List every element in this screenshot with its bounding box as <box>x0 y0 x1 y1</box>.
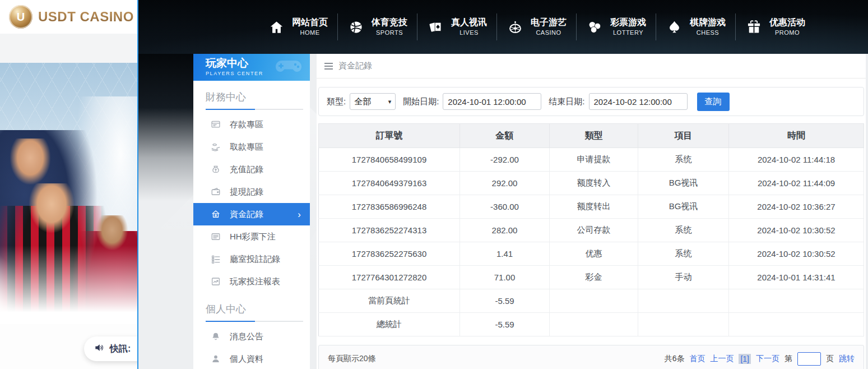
nav-sublabel: HOME <box>300 29 320 36</box>
withdraw-icon <box>210 142 221 153</box>
nav-sublabel: CHESS <box>697 29 719 36</box>
nav-label: 网站首页 <box>292 17 328 29</box>
cell-type: 彩金 <box>550 266 638 289</box>
nav-label: 优惠活动 <box>769 17 805 29</box>
roulette-icon <box>507 19 523 35</box>
col-amount: 金額 <box>460 124 550 148</box>
deposit-icon <box>210 119 221 130</box>
nav-item-lives[interactable]: 真人视讯LIVES <box>417 13 496 40</box>
sidebar-item-bet-report[interactable]: 玩家投注報表 <box>193 270 310 293</box>
type-select[interactable]: 全部 ▾ <box>350 93 396 110</box>
cell-item: BG视讯 <box>638 172 729 195</box>
sidebar-item-label: 資金記錄 <box>230 209 263 220</box>
sidebar-item-label: 個人資料 <box>230 354 263 365</box>
cell-type: 额度转出 <box>550 195 638 219</box>
sidebar: 玩家中心 PLAYERS CENTER 財務中心 存款專區 取款專區 <box>193 54 310 369</box>
sidebar-item-hh-lottery-bet[interactable]: HH彩票下注 <box>193 225 310 248</box>
spade-icon <box>666 19 683 35</box>
sidebar-item-announcements[interactable]: 消息公告 <box>193 325 310 348</box>
sidebar-item-label: 充值記錄 <box>230 164 263 175</box>
nav-item-casino[interactable]: 电子游艺CASINO <box>496 13 576 40</box>
divider-strip <box>0 34 137 63</box>
table-header-row: 訂單號 金額 類型 項目 時間 <box>319 124 864 148</box>
start-date-input[interactable] <box>443 93 541 110</box>
pager: 共6条 首页 上一页 [1] 下一页 第 页 跳转 <box>665 352 855 366</box>
withdraw-record-icon <box>210 187 221 197</box>
cell-amount: 71.00 <box>460 266 550 289</box>
sidebar-item-funds-record[interactable]: 資金記錄 › <box>193 203 310 225</box>
jump-page-input[interactable] <box>797 352 821 366</box>
cell-amount: -292.00 <box>460 148 550 172</box>
table-row: 1727840649379163292.00额度转入BG视讯2024-10-02… <box>319 172 864 195</box>
table-row: 17278362522756301.41优惠系统2024-10-02 10:30… <box>319 242 864 266</box>
cell-order-id: 1727840649379163 <box>319 172 460 195</box>
table-summary-row-total: 總統計-5.59 <box>319 313 864 336</box>
start-date-label: 開始日期: <box>403 96 439 107</box>
next-page-link[interactable]: 下一页 <box>756 354 779 364</box>
lottery-balls-icon <box>586 19 603 35</box>
cell-order-id: 1727836586996248 <box>319 195 460 219</box>
cell-order-id: 1727840658499109 <box>319 148 460 172</box>
end-date-label: 结束日期: <box>549 96 584 107</box>
section-title-finance: 財務中心 <box>193 81 310 109</box>
sidebar-item-withdraw[interactable]: 取款專區 <box>193 136 310 158</box>
cell-time: 2024-10-02 10:36:27 <box>729 195 864 219</box>
cell-item: 系统 <box>638 148 729 172</box>
cards-icon <box>427 19 444 35</box>
nav-item-promo[interactable]: 优惠活动PROMO <box>735 13 815 40</box>
table-row: 1727836586996248-360.00额度转出BG视讯2024-10-0… <box>319 195 864 219</box>
cell-type: 公司存款 <box>550 219 638 242</box>
players-center-header: 玩家中心 PLAYERS CENTER <box>193 54 310 81</box>
chevron-right-icon: › <box>298 210 301 219</box>
nav-label: 真人视讯 <box>451 17 487 29</box>
sidebar-item-deposit[interactable]: 存款專區 <box>193 113 310 136</box>
sidebar-item-label: 存款專區 <box>230 119 263 130</box>
cell-amount: 292.00 <box>460 172 550 195</box>
news-ticker: 快訊: <box>84 336 138 361</box>
breadcrumb: 資金記錄 <box>317 54 866 79</box>
cell-time: 2024-10-02 10:30:52 <box>729 242 864 266</box>
end-date-input[interactable] <box>589 93 688 110</box>
cell-amount: 1.41 <box>460 242 550 266</box>
current-page[interactable]: [1] <box>739 354 751 364</box>
sidebar-item-label: 玩家投注報表 <box>230 276 280 287</box>
section-rule <box>206 109 303 110</box>
funds-record-panel: 資金記錄 類型: 全部 ▾ 開始日期: 结束日期: 查詢 <box>317 54 866 369</box>
sidebar-item-label: 消息公告 <box>230 331 263 342</box>
page: U USDT CASINO 快訊: 网站首页HOME 体育竞技SPORTS 真人… <box>0 0 868 369</box>
cell-type: 申请提款 <box>550 148 638 172</box>
person-icon <box>210 354 221 365</box>
sidebar-item-room-bet-record[interactable]: 廳室投註記錄 <box>193 248 310 270</box>
top-nav: 网站首页HOME 体育竞技SPORTS 真人视讯LIVES 电子游艺CASINO… <box>138 0 868 54</box>
cell-summary-label: 總統計 <box>319 313 460 336</box>
nav-item-chess[interactable]: 棋牌游戏CHESS <box>656 13 735 40</box>
sidebar-item-withdraw-record[interactable]: 提現記錄 <box>193 181 310 203</box>
logo[interactable]: U USDT CASINO <box>0 0 137 34</box>
sidebar-item-label: 取款專區 <box>230 142 263 153</box>
room-bet-record-icon <box>210 254 221 265</box>
nav-item-home[interactable]: 网站首页HOME <box>258 13 337 40</box>
prev-page-link[interactable]: 上一页 <box>710 354 734 364</box>
content-area: 玩家中心 PLAYERS CENTER 財務中心 存款專區 取款專區 <box>138 54 868 369</box>
cell-time: 2024-10-02 11:44:09 <box>729 172 864 195</box>
sidebar-item-label: 廳室投註記錄 <box>230 254 280 265</box>
total-count: 共6条 <box>665 354 685 364</box>
nav-item-sports[interactable]: 体育竞技SPORTS <box>337 13 417 40</box>
cell-type: 额度转入 <box>550 172 638 195</box>
section-title-personal: 個人中心 <box>193 293 310 321</box>
sidebar-item-recharge-record[interactable]: 充值記錄 <box>193 158 310 181</box>
chevron-down-icon: ▾ <box>388 98 392 105</box>
player-head <box>29 183 74 233</box>
jump-prefix: 第 <box>785 354 792 364</box>
sidebar-item-profile[interactable]: 個人資料 <box>193 348 310 369</box>
menu-icon[interactable] <box>324 63 333 70</box>
table-row: 1727840658499109-292.00申请提款系统2024-10-02 … <box>319 148 864 172</box>
nav-sublabel: SPORTS <box>376 29 403 36</box>
cell-summary-label: 當前頁統計 <box>319 289 460 313</box>
query-button[interactable]: 查詢 <box>697 93 730 111</box>
nav-item-lottery[interactable]: 彩票游戏LOTTERY <box>576 13 656 40</box>
coin-u-icon: U <box>9 5 33 29</box>
first-page-link[interactable]: 首页 <box>689 354 705 364</box>
cell-time: 2024-10-01 14:31:41 <box>729 266 864 289</box>
jump-link[interactable]: 跳转 <box>839 354 855 364</box>
